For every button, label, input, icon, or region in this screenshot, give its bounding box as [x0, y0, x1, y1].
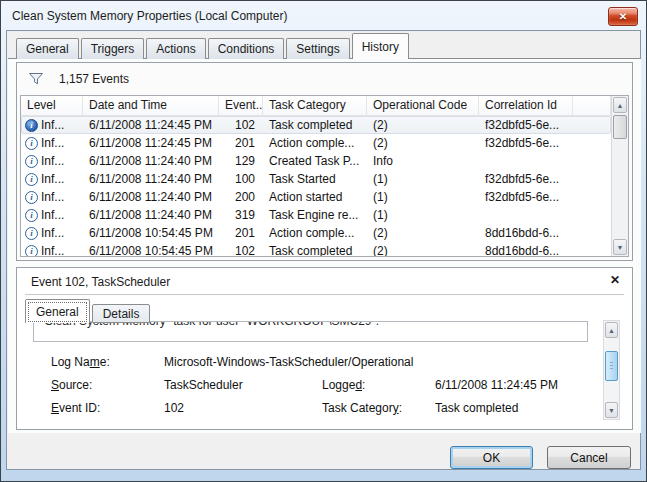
event-row[interactable]: Inf... 6/11/2008 11:24:45 PM 102 Task co… — [21, 116, 611, 134]
events-scrollbar[interactable] — [611, 96, 628, 256]
detail-tab-strip: General Details — [25, 299, 152, 323]
event-id: 102 — [219, 118, 263, 132]
scroll-down-button[interactable] — [605, 402, 618, 418]
log-name-label: Log Name: — [51, 355, 110, 370]
event-category: Task completed — [263, 118, 367, 132]
column-header-level[interactable]: Level — [21, 96, 83, 115]
cancel-button[interactable]: Cancel — [547, 446, 631, 469]
event-correlation: f32dbfd5-6e... — [479, 136, 573, 150]
event-id: 129 — [219, 154, 263, 168]
event-id-value: 102 — [164, 401, 184, 416]
column-header-task-category[interactable]: Task Category — [263, 96, 367, 115]
event-detail-panel: Event 102, TaskScheduler ✕ General Detai… — [16, 267, 633, 430]
event-datetime: 6/11/2008 11:24:40 PM — [83, 154, 219, 168]
scrollbar-thumb[interactable] — [613, 115, 627, 139]
event-opcode: (2) — [367, 136, 479, 150]
tab-conditions[interactable]: Conditions — [208, 38, 285, 59]
event-id: 201 — [219, 136, 263, 150]
event-opcode: (1) — [367, 172, 479, 186]
detail-tab-details[interactable]: Details — [92, 304, 151, 323]
event-row[interactable]: Inf... 6/11/2008 11:24:40 PM 319 Task En… — [21, 206, 611, 224]
events-list: Level Date and Time Event... Task Catego… — [20, 95, 629, 257]
event-id: 102 — [219, 244, 263, 256]
events-panel: 1,157 Events Level Date and Time Event..… — [16, 62, 633, 261]
information-icon — [25, 137, 38, 150]
event-id-label: Event ID: — [51, 401, 100, 416]
event-row[interactable]: Inf... 6/11/2008 11:24:40 PM 200 Action … — [21, 188, 611, 206]
event-row[interactable]: Inf... 6/11/2008 11:24:40 PM 129 Created… — [21, 152, 611, 170]
level-text: Inf... — [41, 154, 64, 168]
filter-icon — [28, 71, 44, 87]
event-id: 201 — [219, 226, 263, 240]
level-text: Inf... — [41, 118, 64, 132]
tab-general[interactable]: General — [16, 38, 79, 59]
source-value: TaskScheduler — [164, 378, 243, 393]
event-rows: Inf... 6/11/2008 11:24:45 PM 102 Task co… — [21, 116, 611, 256]
event-datetime: 6/11/2008 11:24:40 PM — [83, 208, 219, 222]
event-opcode: (2) — [367, 226, 479, 240]
event-category: Action started — [263, 190, 367, 204]
information-icon — [25, 227, 38, 240]
logged-label: Logged: — [322, 378, 365, 393]
scrollbar-thumb[interactable] — [605, 351, 618, 381]
scroll-down-button[interactable] — [613, 239, 627, 255]
source-label: Source: — [51, 378, 92, 393]
event-opcode: (1) — [367, 190, 479, 204]
dialog-client-area: General Triggers Actions Conditions Sett… — [6, 30, 641, 470]
detail-scrollbar[interactable] — [603, 320, 620, 420]
event-correlation: f32dbfd5-6e... — [479, 190, 573, 204]
detail-title: Event 102, TaskScheduler — [31, 275, 170, 289]
event-message-box[interactable]: "Clean System Memory" task for user "WOR… — [33, 321, 588, 342]
event-category: Created Task P... — [263, 154, 367, 168]
log-name-value: Microsoft-Windows-TaskScheduler/Operatio… — [164, 355, 413, 370]
event-datetime: 6/11/2008 11:24:40 PM — [83, 190, 219, 204]
window-close-button[interactable]: ✕ — [608, 7, 638, 26]
title-bar[interactable]: Clean System Memory Properties (Local Co… — [1, 1, 646, 30]
ok-button[interactable]: OK — [450, 446, 533, 469]
tab-strip: General Triggers Actions Conditions Sett… — [16, 33, 411, 59]
event-opcode: (1) — [367, 208, 479, 222]
dialog-window: Clean System Memory Properties (Local Co… — [0, 0, 647, 482]
event-correlation: 8dd16bdd-6... — [479, 226, 573, 240]
information-icon — [25, 155, 38, 168]
event-category: Task completed — [263, 244, 367, 256]
close-icon: ✕ — [619, 12, 627, 22]
tab-triggers[interactable]: Triggers — [81, 38, 145, 59]
event-category: Task Started — [263, 172, 367, 186]
tab-actions[interactable]: Actions — [146, 38, 205, 59]
event-datetime: 6/11/2008 11:24:40 PM — [83, 172, 219, 186]
event-row[interactable]: Inf... 6/11/2008 11:24:40 PM 100 Task St… — [21, 170, 611, 188]
column-header-spacer — [573, 96, 611, 115]
event-datetime: 6/11/2008 11:24:45 PM — [83, 136, 219, 150]
event-datetime: 6/11/2008 10:54:45 PM — [83, 244, 219, 256]
event-datetime: 6/11/2008 11:24:45 PM — [83, 118, 219, 132]
tab-history[interactable]: History — [352, 33, 409, 59]
level-text: Inf... — [41, 208, 64, 222]
information-icon — [25, 173, 38, 186]
logged-value: 6/11/2008 11:24:45 PM — [435, 378, 558, 393]
event-id: 200 — [219, 190, 263, 204]
event-opcode: (2) — [367, 118, 479, 132]
task-category-value: Task completed — [435, 401, 518, 416]
column-header-event-id[interactable]: Event... — [219, 96, 263, 115]
event-correlation: f32dbfd5-6e... — [479, 118, 573, 132]
level-text: Inf... — [41, 190, 64, 204]
event-row[interactable]: Inf... 6/11/2008 10:54:45 PM 102 Task co… — [21, 242, 611, 256]
tab-settings[interactable]: Settings — [286, 38, 349, 59]
event-correlation: 8dd16bdd-6... — [479, 244, 573, 256]
event-category: Action comple... — [263, 136, 367, 150]
column-header-datetime[interactable]: Date and Time — [83, 96, 219, 115]
column-header-correlation-id[interactable]: Correlation Id — [479, 96, 573, 115]
event-correlation: f32dbfd5-6e... — [479, 172, 573, 186]
event-row[interactable]: Inf... 6/11/2008 11:24:45 PM 201 Action … — [21, 134, 611, 152]
detail-close-icon[interactable]: ✕ — [610, 273, 620, 287]
information-icon — [25, 119, 38, 132]
event-row[interactable]: Inf... 6/11/2008 10:54:45 PM 201 Action … — [21, 224, 611, 242]
detail-tab-general[interactable]: General — [25, 299, 90, 323]
event-opcode: Info — [367, 154, 479, 168]
information-icon — [25, 191, 38, 204]
task-category-label: Task Category: — [322, 401, 402, 416]
scroll-up-button[interactable] — [613, 97, 627, 113]
column-header-operational-code[interactable]: Operational Code — [367, 96, 479, 115]
scroll-up-button[interactable] — [605, 322, 618, 338]
